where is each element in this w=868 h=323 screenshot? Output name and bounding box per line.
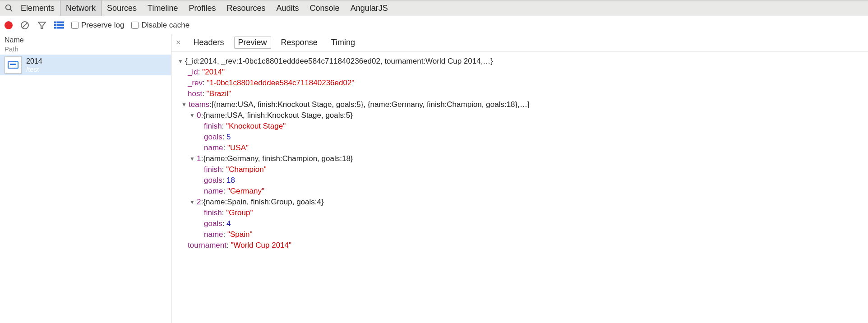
svg-point-0 [6,5,11,10]
json-key: host [188,89,202,98]
tab-audits[interactable]: Audits [271,0,305,16]
detail-tab-response[interactable]: Response [277,37,321,48]
svg-line-1 [10,9,13,12]
disable-cache-label: Disable cache [141,21,189,30]
tab-console[interactable]: Console [305,0,345,16]
close-icon[interactable]: × [176,38,184,47]
tab-sources[interactable]: Sources [102,0,142,16]
tab-timeline[interactable]: Timeline [142,0,183,16]
preserve-log-checkbox[interactable]: Preserve log [71,21,124,30]
clear-icon[interactable] [20,20,30,30]
json-value: "Group" [226,208,253,217]
svg-marker-4 [38,22,46,28]
json-value: "World Cup 2014" [231,241,291,249]
json-key: _id [188,68,198,76]
detail-tab-preview[interactable]: Preview [234,37,271,49]
detail-pane: × Headers Preview Response Timing ▼{_id:… [171,34,868,323]
column-header-name: Name [5,36,166,44]
record-button[interactable] [5,21,13,29]
json-value: "USA" [227,143,249,152]
json-key: name [204,230,223,239]
json-key: 1 [197,153,201,164]
json-key: goals [204,176,222,185]
svg-line-3 [22,23,28,28]
json-key: _rev [188,78,203,87]
preserve-log-label: Preserve log [81,21,124,30]
svg-rect-7 [54,24,56,26]
svg-rect-6 [57,22,64,23]
json-value: {name:Spain, finish:Group, goals:4} [203,197,323,208]
tab-network[interactable]: Network [60,0,102,16]
network-toolbar: Preserve log Disable cache [0,16,868,34]
disclosure-triangle-icon[interactable]: ▼ [178,56,184,67]
disclosure-triangle-icon[interactable]: ▼ [189,197,196,208]
json-value: {name:USA, finish:Knockout Stage, goals:… [203,110,353,121]
json-value: 4 [226,219,231,228]
json-value: {name:Germany, finish:Champion, goals:18… [203,153,353,164]
json-key: finish [204,208,222,217]
request-row[interactable]: 2014 /test [0,55,171,75]
disclosure-triangle-icon[interactable]: ▼ [189,153,196,164]
json-value: "1-0bc1c8801edddee584c711840236ed02" [207,78,355,87]
filter-icon[interactable] [37,20,47,30]
json-value: "Spain" [227,230,253,239]
detail-tabs: × Headers Preview Response Timing [171,34,868,51]
json-key: goals [204,133,222,141]
json-key: teams [189,99,209,110]
json-value: "Champion" [226,165,267,174]
json-value: [{name:USA, finish:Knockout Stage, goals… [212,99,530,110]
tab-elements[interactable]: Elements [15,0,60,16]
resource-type-icon [5,56,22,74]
json-value: 18 [226,176,235,185]
request-list-pane: Name Path 2014 /test [0,34,171,323]
svg-rect-5 [54,22,56,23]
json-value: "Knockout Stage" [226,122,286,130]
disable-cache-input[interactable] [131,22,139,29]
svg-rect-9 [54,27,56,28]
json-value: "Germany" [227,187,264,195]
tab-resources[interactable]: Resources [222,0,271,16]
disable-cache-checkbox[interactable]: Disable cache [131,21,189,30]
request-list-header: Name Path [0,34,171,55]
list-view-icon[interactable] [54,20,64,30]
request-path: /test [26,65,42,73]
json-key: goals [204,219,222,228]
preserve-log-input[interactable] [71,22,78,29]
json-value: "2014" [202,68,225,76]
disclosure-triangle-icon[interactable]: ▼ [181,99,188,110]
json-key: name [204,187,223,195]
request-name: 2014 [26,57,42,65]
json-key: 2 [197,197,201,208]
svg-rect-8 [57,24,64,26]
json-key: finish [204,165,222,174]
json-value: 5 [226,133,231,141]
search-icon[interactable] [3,4,15,12]
json-key: 0 [197,110,201,121]
json-key: tournament [188,241,226,249]
svg-rect-10 [57,27,64,28]
column-header-path: Path [5,45,166,53]
tab-profiles[interactable]: Profiles [183,0,221,16]
detail-tab-timing[interactable]: Timing [328,37,359,48]
tab-angularjs[interactable]: AngularJS [345,0,393,16]
disclosure-triangle-icon[interactable]: ▼ [189,110,196,121]
json-root-summary: {_id:2014, _rev:1-0bc1c8801edddee584c711… [185,56,493,67]
json-value: "Brazil" [207,89,231,98]
devtools-tabs: Elements Network Sources Timeline Profil… [0,0,868,16]
json-key: finish [204,122,222,130]
json-preview[interactable]: ▼{_id:2014, _rev:1-0bc1c8801edddee584c71… [171,51,868,255]
json-key: name [204,143,223,152]
detail-tab-headers[interactable]: Headers [190,37,228,48]
